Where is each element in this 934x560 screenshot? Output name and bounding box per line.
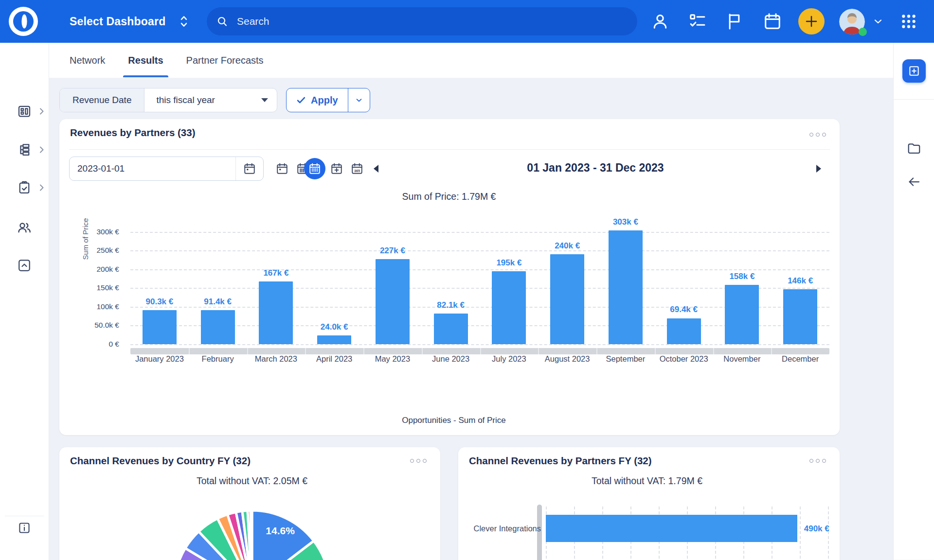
flag-icon-button[interactable] — [723, 11, 745, 32]
bar-february[interactable] — [201, 310, 235, 345]
person-icon — [651, 12, 669, 31]
bar-march-2023[interactable] — [259, 281, 293, 344]
crm-dashboard-app: Select Dashboard — [0, 0, 934, 560]
chevron-down-icon — [355, 96, 363, 105]
search-input[interactable] — [236, 15, 628, 28]
y-tick-label: 0 € — [66, 340, 119, 349]
scrollbar-segment-mark — [538, 348, 539, 354]
apps-grid-icon — [900, 13, 917, 30]
date-picker-button[interactable] — [235, 157, 263, 180]
country-pie-svg: 14.6% — [169, 506, 335, 560]
calendar-icon — [763, 12, 782, 31]
revenues-y-axis: 300k €250k €200k €150k €100k €50.0k €0 € — [66, 226, 119, 344]
back-arrow-button[interactable] — [903, 171, 925, 192]
apps-grid-button[interactable] — [898, 11, 919, 32]
kebab-menu-button[interactable] — [808, 457, 828, 465]
bar-value-label: 195k € — [477, 258, 540, 268]
bar-july-2023[interactable] — [492, 271, 526, 344]
bar-value-label: 90.3k € — [128, 297, 191, 307]
gridline — [130, 344, 829, 345]
chevron-right-icon[interactable] — [39, 145, 45, 154]
kebab-menu-button[interactable] — [808, 131, 828, 139]
chevron-right-icon[interactable] — [39, 107, 45, 116]
tab-results[interactable]: Results — [128, 44, 163, 77]
dashboard-selector-label: Select Dashboard — [70, 15, 166, 28]
chevron-right-icon[interactable] — [39, 183, 45, 192]
calendar-month-button[interactable] — [304, 158, 325, 179]
date-input-group — [69, 157, 264, 181]
pie-slice-16[interactable] — [251, 510, 252, 560]
quick-add-button[interactable] — [798, 8, 825, 35]
tab-partner-forecasts[interactable]: Partner Forecasts — [186, 44, 264, 77]
scrollbar-segment-mark — [596, 348, 597, 354]
scrollbar-segment-mark — [480, 348, 481, 354]
user-avatar[interactable] — [839, 9, 865, 35]
apply-split-button: Apply — [286, 88, 370, 112]
bar-category-label: Clever Integrations — [468, 524, 541, 533]
tasks-icon-button[interactable] — [687, 11, 708, 32]
previous-period-button[interactable] — [368, 161, 384, 176]
date-input[interactable] — [70, 157, 235, 180]
bar-value-label: 24.0k € — [303, 322, 366, 332]
apply-options-chevron[interactable] — [348, 88, 370, 112]
panel-total-label: Total without VAT: 1.79M € — [592, 475, 702, 487]
bar-april-2023[interactable] — [317, 335, 351, 345]
app-logo[interactable] — [7, 5, 40, 38]
tab-list: NetworkResultsPartner Forecasts — [70, 43, 264, 78]
gridline — [130, 269, 829, 270]
sidebar-item-archive[interactable] — [0, 252, 49, 279]
revenues-x-axis: January 2023FebruaryMarch 2023April 2023… — [130, 354, 829, 366]
hierarchy-icon — [17, 142, 32, 157]
filter-value-text: this fiscal year — [156, 95, 215, 105]
folder-icon — [907, 141, 921, 156]
calendar-icon-button[interactable] — [762, 11, 783, 32]
calendar-year-button[interactable]: 365 — [346, 158, 368, 179]
bar-november[interactable] — [725, 285, 759, 344]
add-widget-icon — [908, 65, 920, 77]
bar-june-2023[interactable] — [434, 314, 468, 344]
partners-hbar-plot: 490k € — [546, 507, 828, 560]
people-icon-button[interactable] — [649, 11, 671, 32]
global-search[interactable] — [207, 7, 637, 35]
tab-network[interactable]: Network — [70, 44, 105, 77]
widget-folder-button[interactable] — [903, 138, 925, 159]
kebab-menu-button[interactable] — [408, 457, 429, 465]
next-period-icon — [814, 164, 823, 174]
caret-down-icon — [261, 98, 268, 102]
y-tick-label: 200k € — [66, 265, 119, 274]
info-icon — [18, 521, 31, 535]
filter-field-label: Revenue Date — [60, 88, 144, 112]
apply-button[interactable]: Apply — [287, 88, 348, 112]
scrollbar-segment-mark — [247, 348, 248, 354]
sidebar-item-info[interactable] — [0, 514, 49, 542]
svg-text:365: 365 — [354, 169, 360, 173]
bar-september[interactable] — [609, 230, 643, 344]
plus-icon — [804, 14, 819, 29]
bar-clever-integrations[interactable] — [546, 515, 797, 542]
calendar-quarter-icon — [330, 162, 343, 175]
add-widget-button[interactable] — [902, 59, 926, 83]
calendar-quarter-button[interactable] — [326, 158, 347, 179]
calendar-day-button[interactable] — [271, 158, 293, 179]
bar-january-2023[interactable] — [143, 310, 177, 344]
bar-may-2023[interactable] — [376, 259, 410, 344]
dashboard-selector[interactable]: Select Dashboard — [70, 0, 189, 43]
bar-december[interactable] — [783, 289, 817, 344]
revenues-bar-plot: 90.3k €91.4k €167k €24.0k €227k €82.1k €… — [130, 226, 829, 344]
filter-value-dropdown[interactable]: this fiscal year — [144, 88, 277, 112]
scrollbar-segment-mark — [189, 348, 190, 354]
scrollbar-segment-mark — [713, 348, 714, 354]
panel-title: Channel Revenues by Country FY (32) — [70, 455, 251, 467]
chart-horizontal-scrollbar[interactable] — [130, 348, 829, 354]
scrollbar-segment-mark — [422, 348, 423, 354]
top-navigation-bar: Select Dashboard — [0, 0, 934, 43]
sidebar-item-contacts[interactable] — [0, 214, 49, 241]
panel-title: Revenues by Partners (33) — [70, 127, 196, 139]
bar-october-2023[interactable] — [667, 318, 701, 345]
search-icon — [216, 16, 228, 27]
account-menu-chevron[interactable] — [869, 11, 887, 32]
next-period-button[interactable] — [811, 161, 826, 176]
bar-august-2023[interactable] — [550, 254, 584, 344]
clipboard-check-icon — [17, 180, 32, 195]
flag-icon — [725, 12, 743, 31]
